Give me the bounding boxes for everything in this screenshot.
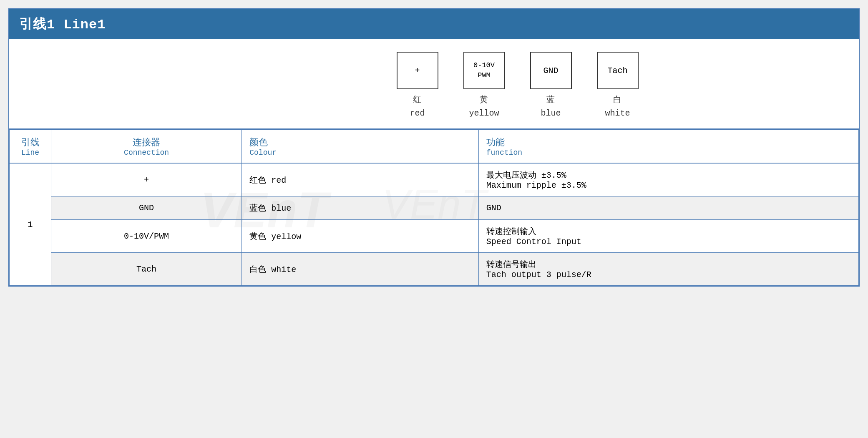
- table-row-3: 0-10V/PWM 黄色 yellow 转速控制输入 Speed Control…: [10, 220, 859, 253]
- function-red-line2: Maximum ripple ±3.5%: [486, 181, 851, 190]
- table-row-1: 1 + 红色 red 最大电压波动 ±3.5% Maximum ripple ±…: [10, 163, 859, 196]
- function-tach-line1: 转速信号输出: [486, 259, 851, 270]
- connection-gnd-value: GND: [139, 203, 154, 213]
- colour-blue-value: 蓝色 blue: [249, 204, 291, 213]
- diagram-section: + 红 red 0-10VPWM 黄 yellow: [9, 39, 859, 129]
- connection-gnd: GND: [51, 196, 242, 220]
- connection-pwm-value: 0-10V/PWM: [124, 232, 169, 241]
- function-tach-line2: Tach output 3 pulse/R: [486, 270, 851, 279]
- connector-plus: + 红 red: [397, 52, 438, 120]
- header-colour: 颜色 Colour: [242, 130, 478, 163]
- connector-diagrams: + 红 red 0-10VPWM 黄 yellow: [18, 52, 850, 120]
- connection-tach: Tach: [51, 253, 242, 286]
- connection-plus: +: [51, 163, 242, 196]
- connector-gnd-text: 蓝 blue: [541, 93, 561, 120]
- connector-box-plus: +: [397, 52, 438, 89]
- function-pwm-line2: Speed Control Input: [486, 237, 851, 247]
- table-header-row: 引线 Line 连接器 Connection 颜色 Colour 功能 func…: [10, 130, 859, 163]
- header-connection-english: Connection: [59, 149, 234, 157]
- colour-yellow-value: 黄色 yellow: [249, 232, 301, 242]
- connection-tach-value: Tach: [136, 264, 156, 274]
- header-colour-english: Colour: [249, 149, 470, 157]
- connection-plus-value: +: [144, 175, 149, 185]
- function-tach: 转速信号输出 Tach output 3 pulse/R: [478, 253, 858, 286]
- connector-tach-english: white: [605, 108, 630, 118]
- connector-pwm-text: 黄 yellow: [469, 93, 499, 120]
- function-gnd: GND: [478, 196, 858, 220]
- connector-plus-chinese: 红: [413, 95, 421, 105]
- header-colour-chinese: 颜色: [249, 136, 470, 149]
- connector-gnd-english: blue: [541, 108, 561, 118]
- table-wrapper: 引线 Line 连接器 Connection 颜色 Colour 功能 func…: [9, 129, 859, 286]
- colour-red-value: 红色 red: [249, 176, 286, 185]
- connector-box-gnd: GND: [530, 52, 572, 89]
- header-function: 功能 function: [478, 130, 858, 163]
- connector-plus-english: red: [410, 108, 425, 118]
- header-connection: 连接器 Connection: [51, 130, 242, 163]
- header-function-chinese: 功能: [486, 136, 851, 149]
- colour-white-value: 白色 white: [249, 265, 296, 274]
- connector-tach-text: 白 white: [605, 93, 630, 120]
- header-line-chinese: 引线: [17, 136, 43, 149]
- function-red-line1: 最大电压波动 ±3.5%: [486, 169, 851, 181]
- connector-gnd-label: GND: [543, 66, 558, 76]
- connector-gnd: GND 蓝 blue: [530, 52, 572, 120]
- colour-yellow: 黄色 yellow: [242, 220, 478, 253]
- page-title: 引线1 Line1: [19, 17, 106, 33]
- title-bar: 引线1 Line1: [9, 9, 859, 39]
- connector-plus-label: +: [415, 66, 420, 76]
- connector-pwm-chinese: 黄: [480, 95, 488, 105]
- header-connection-chinese: 连接器: [59, 136, 234, 149]
- page-wrapper: 引线1 Line1 + 红 red 0-10VPWM 黄: [8, 8, 860, 287]
- function-pwm-line1: 转速控制输入: [486, 226, 851, 237]
- connector-pwm: 0-10VPWM 黄 yellow: [463, 52, 505, 120]
- connector-tach-chinese: 白: [613, 95, 621, 105]
- main-table: 引线 Line 连接器 Connection 颜色 Colour 功能 func…: [9, 129, 859, 286]
- connector-tach: Tach 白 white: [597, 52, 639, 120]
- line-number-1: 1: [10, 163, 51, 286]
- table-row-2: GND 蓝色 blue GND: [10, 196, 859, 220]
- colour-red: 红色 red: [242, 163, 478, 196]
- connector-tach-label: Tach: [607, 66, 627, 76]
- header-function-english: function: [486, 149, 851, 157]
- connection-pwm: 0-10V/PWM: [51, 220, 242, 253]
- connector-gnd-chinese: 蓝: [546, 95, 555, 105]
- header-line-english: Line: [17, 149, 43, 157]
- connector-box-tach: Tach: [597, 52, 639, 89]
- connector-box-pwm: 0-10VPWM: [463, 52, 505, 89]
- function-red: 最大电压波动 ±3.5% Maximum ripple ±3.5%: [478, 163, 858, 196]
- connector-plus-text: 红 red: [410, 93, 425, 120]
- colour-white: 白色 white: [242, 253, 478, 286]
- function-pwm: 转速控制输入 Speed Control Input: [478, 220, 858, 253]
- colour-blue: 蓝色 blue: [242, 196, 478, 220]
- connector-pwm-english: yellow: [469, 108, 499, 118]
- table-row-4: Tach 白色 white 转速信号输出 Tach output 3 pulse…: [10, 253, 859, 286]
- header-line: 引线 Line: [10, 130, 51, 163]
- function-gnd-line1: GND: [486, 203, 851, 213]
- line-1-value: 1: [28, 220, 33, 229]
